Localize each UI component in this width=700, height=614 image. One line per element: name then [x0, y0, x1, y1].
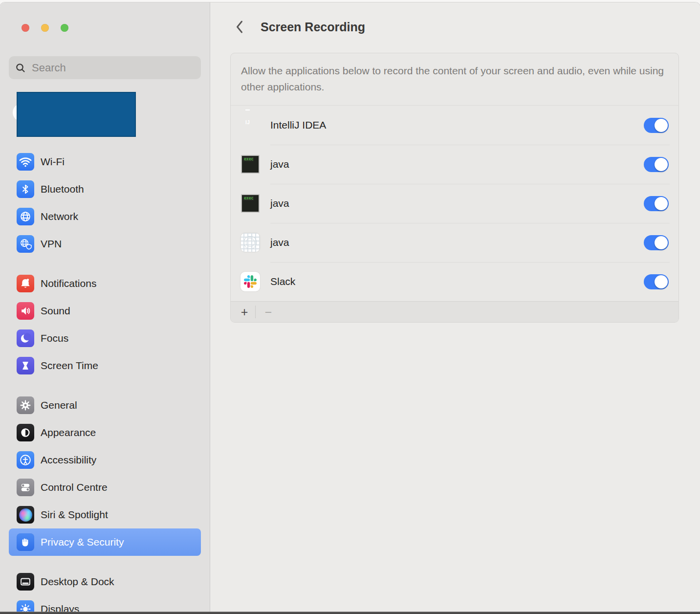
dock-icon — [17, 573, 34, 591]
sidebar-item-sound[interactable]: Sound — [9, 297, 201, 325]
bell-icon — [17, 275, 34, 292]
toggle-java-1[interactable] — [644, 157, 669, 172]
toggle-java-3[interactable] — [644, 235, 669, 250]
minimize-button[interactable] — [41, 24, 49, 32]
remove-app-button[interactable]: − — [261, 304, 276, 320]
add-app-button[interactable]: + — [237, 304, 252, 320]
sidebar-item-general[interactable]: General — [9, 392, 201, 419]
panel-header: Screen Recording — [210, 2, 700, 51]
toggle-knob — [655, 236, 668, 249]
sidebar-item-focus[interactable]: Focus — [9, 325, 201, 352]
page-title: Screen Recording — [261, 20, 365, 34]
toggle-intellij-idea[interactable] — [644, 118, 669, 133]
bluetooth-icon — [17, 180, 34, 198]
moon-icon — [17, 329, 34, 347]
contrast-icon — [17, 424, 34, 441]
sidebar-item-label: General — [41, 399, 77, 411]
sidebar-item-wifi[interactable]: Wi-Fi — [9, 148, 201, 175]
toggles-icon — [17, 479, 34, 496]
intellij-idea-icon: IJ — [241, 115, 260, 135]
sidebar-item-label: Sound — [41, 305, 70, 317]
app-name: java — [270, 197, 644, 209]
app-name: java — [270, 158, 644, 170]
sidebar-item-bluetooth[interactable]: Bluetooth — [9, 175, 201, 203]
sidebar-item-desktop-dock[interactable]: Desktop & Dock — [9, 568, 201, 595]
sidebar-item-notifications[interactable]: Notifications — [9, 270, 201, 297]
app-row-java-3: java — [231, 223, 678, 262]
app-row-intellij-idea: IJ IntelliJ IDEA — [231, 106, 678, 145]
sidebar-item-network[interactable]: Network — [9, 203, 201, 230]
hourglass-icon — [17, 357, 34, 374]
close-button[interactable] — [22, 24, 29, 32]
exec-terminal-icon: exec — [241, 154, 260, 174]
sidebar-item-label: Control Centre — [41, 482, 108, 493]
sidebar-item-appearance[interactable]: Appearance — [9, 419, 201, 446]
app-name: java — [270, 237, 644, 248]
sidebar-item-vpn[interactable]: VPN — [9, 230, 201, 258]
sidebar-item-accessibility[interactable]: Accessibility — [9, 446, 201, 474]
wifi-icon — [17, 153, 34, 171]
zoom-button[interactable] — [61, 24, 68, 32]
window-bottom-edge — [0, 612, 700, 614]
slack-icon — [241, 272, 260, 291]
toggle-knob — [655, 275, 668, 288]
sidebar-item-label: Wi-Fi — [41, 156, 65, 168]
exec-terminal-icon: exec — [241, 194, 260, 213]
app-name: Slack — [270, 276, 644, 287]
accessibility-figure-icon — [17, 451, 34, 469]
description-text: Allow the applications below to record t… — [231, 53, 678, 106]
toggle-knob — [655, 119, 668, 132]
system-settings-window: Wi-Fi Bluetooth — [0, 2, 700, 614]
hand-icon — [17, 533, 34, 551]
sidebar-item-label: Privacy & Security — [41, 536, 124, 548]
sidebar-item-label: Bluetooth — [41, 183, 84, 195]
speaker-icon — [17, 302, 34, 320]
sidebar-item-label: Notifications — [41, 278, 96, 289]
traffic-lights — [22, 24, 210, 32]
sidebar-item-label: Accessibility — [41, 454, 96, 466]
sidebar-item-label: VPN — [41, 238, 62, 250]
app-row-slack: Slack — [231, 262, 678, 301]
search-input[interactable] — [31, 61, 195, 75]
globe-shield-icon — [17, 235, 34, 253]
sidebar-item-control-centre[interactable]: Control Centre — [9, 474, 201, 501]
list-footer: + − — [231, 301, 678, 322]
screen-recording-group: Allow the applications below to record t… — [230, 53, 679, 323]
search-field[interactable] — [9, 56, 201, 79]
sidebar-item-label: Siri & Spotlight — [41, 509, 108, 521]
toggle-java-2[interactable] — [644, 196, 669, 211]
toggle-knob — [655, 158, 668, 171]
sidebar-item-label: Desktop & Dock — [41, 576, 114, 588]
main-panel: Screen Recording Allow the applications … — [210, 2, 700, 614]
footer-divider — [255, 306, 256, 318]
sidebar-nav: Wi-Fi Bluetooth — [0, 148, 210, 614]
back-button[interactable] — [233, 18, 246, 36]
app-row-java-1: exec java — [231, 145, 678, 184]
siri-orb-icon — [17, 506, 34, 524]
globe-icon — [17, 208, 34, 225]
chevron-left-icon — [234, 19, 245, 35]
sidebar-item-label: Network — [41, 211, 78, 222]
sidebar-item-screen-time[interactable]: Screen Time — [9, 352, 201, 379]
search-icon — [15, 62, 26, 74]
toggle-slack[interactable] — [644, 274, 669, 289]
sidebar-item-label: Focus — [41, 332, 68, 344]
sidebar-item-label: Appearance — [41, 427, 96, 439]
sidebar: Wi-Fi Bluetooth — [0, 2, 210, 614]
sidebar-item-privacy-security[interactable]: Privacy & Security — [9, 528, 201, 556]
sidebar-item-label: Screen Time — [41, 360, 98, 372]
screenshot-root: Wi-Fi Bluetooth — [0, 0, 700, 614]
generic-app-icon — [241, 233, 260, 252]
sidebar-item-siri-spotlight[interactable]: Siri & Spotlight — [9, 501, 201, 528]
gear-icon — [17, 396, 34, 414]
app-row-java-2: exec java — [231, 184, 678, 223]
profile-redaction-overlay — [17, 92, 136, 137]
profile-area[interactable] — [17, 92, 136, 137]
toggle-knob — [655, 197, 668, 210]
app-name: IntelliJ IDEA — [270, 119, 644, 131]
